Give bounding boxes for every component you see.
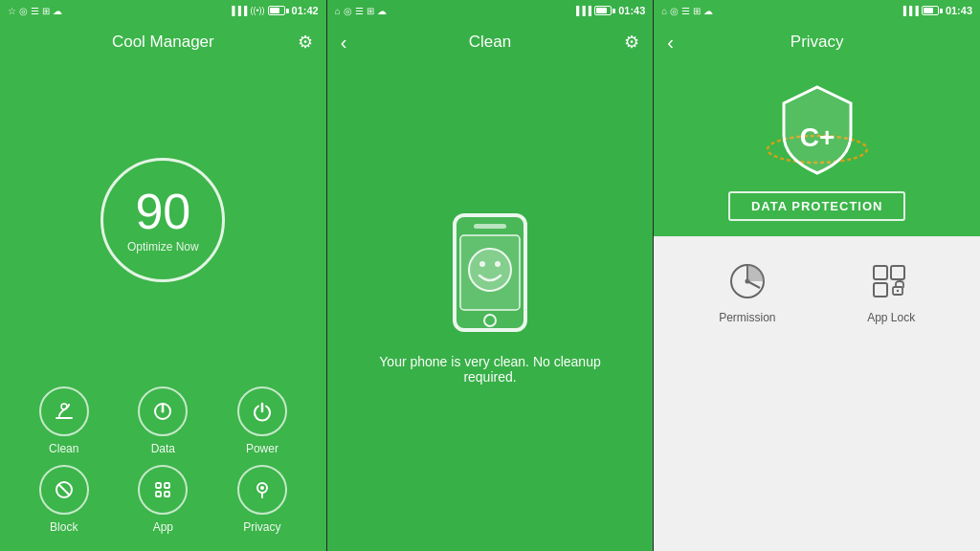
svg-rect-7 [165, 483, 169, 488]
target2-icon: ◎ [344, 6, 352, 16]
clean-content: Your phone is very clean. No cleanup req… [327, 63, 654, 551]
grid5-icon: ☰ [681, 6, 690, 16]
privacy-item-applock[interactable]: App Lock [867, 259, 915, 324]
privacy-item-permission[interactable]: Permission [719, 259, 775, 324]
status-bar-2: ⌂ ◎ ☰ ⊞ ☁ ▐▐▐ 01:43 [327, 0, 654, 21]
svg-text:C+: C+ [799, 122, 835, 152]
back-icon-2[interactable]: ‹ [341, 32, 347, 54]
signal-icon: ▐▐▐ [229, 6, 247, 15]
privacy-icon [237, 465, 287, 515]
score-circle[interactable]: 90 Optimize Now [100, 158, 225, 282]
svg-rect-24 [874, 266, 887, 279]
icon-item-power[interactable]: Power [217, 386, 307, 455]
status-bar-3: ⌂ ◎ ☰ ⊞ ☁ ▐▐▐ 01:43 [654, 0, 980, 21]
score-wrapper[interactable]: 90 Optimize Now [0, 63, 326, 386]
svg-point-18 [495, 261, 501, 267]
data-label: Data [151, 442, 175, 455]
panel-privacy: ⌂ ◎ ☰ ⊞ ☁ ▐▐▐ 01:43 ‹ Privacy [654, 0, 980, 551]
header-title-3: Privacy [791, 33, 844, 52]
svg-rect-14 [474, 224, 506, 229]
applock-icon [869, 259, 913, 303]
svg-point-28 [897, 290, 899, 292]
svg-point-17 [479, 261, 485, 267]
clean-icon [39, 386, 89, 436]
app-icon [138, 465, 188, 515]
header-3: ‹ Privacy [654, 21, 980, 63]
svg-rect-8 [156, 492, 161, 496]
status-time-1: 01:42 [292, 5, 319, 16]
power-icon [237, 386, 287, 436]
svg-line-5 [58, 484, 70, 496]
shield-logo: C+ [760, 82, 875, 178]
panel-cool-manager: ☆ ◎ ☰ ⊞ ☁ ▐▐▐ ((•)) 01:42 Cool Manager ⚙… [0, 0, 326, 551]
battery-icon [268, 6, 289, 15]
grid2-icon: ⊞ [42, 6, 50, 16]
status-time-2: 01:43 [618, 5, 645, 16]
grid3-icon: ☰ [355, 6, 364, 16]
battery-icon-3 [922, 6, 943, 15]
status-right-icons: ▐▐▐ ((•)) 01:42 [229, 5, 318, 16]
data-protection-button[interactable]: DATA PROTECTION [728, 191, 906, 221]
icon-grid: Clean Data Power [0, 386, 326, 551]
block-label: Block [50, 520, 78, 534]
home-icon: ⌂ [335, 6, 341, 16]
signal3-icon: ▐▐▐ [901, 6, 919, 15]
svg-rect-26 [874, 283, 887, 297]
target-icon: ◎ [19, 6, 28, 16]
status-bar-1: ☆ ◎ ☰ ⊞ ☁ ▐▐▐ ((•)) 01:42 [0, 0, 326, 21]
grid6-icon: ⊞ [693, 6, 701, 16]
star-icon: ☆ [8, 6, 16, 16]
permission-icon [725, 259, 769, 303]
block-icon [39, 465, 89, 515]
applock-label: App Lock [867, 311, 915, 324]
header-title-1: Cool Manager [112, 33, 214, 52]
privacy-bottom: Permission App Lock [654, 236, 980, 551]
signal2-icon: ▐▐▐ [573, 6, 591, 15]
shield-svg: C+ [760, 82, 875, 178]
svg-point-11 [260, 486, 264, 490]
phone-icon-wrapper [437, 210, 543, 335]
status-left-icons-3: ⌂ ◎ ☰ ⊞ ☁ [661, 6, 713, 16]
clean-message: Your phone is very clean. No cleanup req… [327, 354, 654, 385]
svg-rect-6 [156, 483, 161, 488]
icon-item-block[interactable]: Block [19, 465, 109, 534]
privacy-label: Privacy [243, 520, 280, 534]
clean-label: Clean [49, 442, 78, 455]
header-title-2: Clean [469, 33, 511, 52]
icon-item-data[interactable]: Data [119, 386, 209, 455]
status-left-icons: ☆ ◎ ☰ ⊞ ☁ [8, 6, 62, 16]
cloud3-icon: ☁ [703, 6, 713, 16]
svg-point-16 [469, 249, 511, 291]
settings-icon-2[interactable]: ⚙ [624, 32, 639, 53]
header-2: ‹ Clean ⚙ [327, 21, 654, 63]
app-label: App [153, 520, 173, 534]
icon-item-clean[interactable]: Clean [19, 386, 109, 455]
cloud2-icon: ☁ [377, 6, 387, 16]
data-icon [138, 386, 188, 436]
cloud-icon: ☁ [53, 6, 62, 16]
settings-icon-1[interactable]: ⚙ [298, 32, 313, 53]
svg-rect-9 [165, 492, 169, 496]
target3-icon: ◎ [670, 6, 679, 16]
score-label: Optimize Now [127, 240, 199, 253]
grid-icon: ☰ [31, 6, 39, 16]
icon-item-app[interactable]: App [119, 465, 209, 534]
permission-label: Permission [719, 311, 775, 324]
wifi-icon: ((•)) [250, 6, 264, 15]
phone-svg [437, 210, 543, 335]
back-icon-3[interactable]: ‹ [667, 32, 674, 54]
home2-icon: ⌂ [661, 6, 667, 16]
privacy-top: C+ DATA PROTECTION [654, 63, 980, 236]
power-label: Power [246, 442, 278, 455]
status-right-icons-3: ▐▐▐ 01:43 [901, 5, 972, 16]
header-1: Cool Manager ⚙ [0, 21, 326, 63]
grid4-icon: ⊞ [367, 6, 374, 16]
score-number: 90 [135, 187, 190, 236]
battery-icon-2 [594, 6, 615, 15]
status-right-icons-2: ▐▐▐ 01:43 [573, 5, 645, 16]
svg-rect-25 [891, 266, 904, 279]
svg-point-3 [162, 410, 165, 413]
panel-clean: ⌂ ◎ ☰ ⊞ ☁ ▐▐▐ 01:43 ‹ Clean ⚙ [327, 0, 654, 551]
status-time-3: 01:43 [946, 5, 972, 16]
icon-item-privacy[interactable]: Privacy [217, 465, 307, 534]
